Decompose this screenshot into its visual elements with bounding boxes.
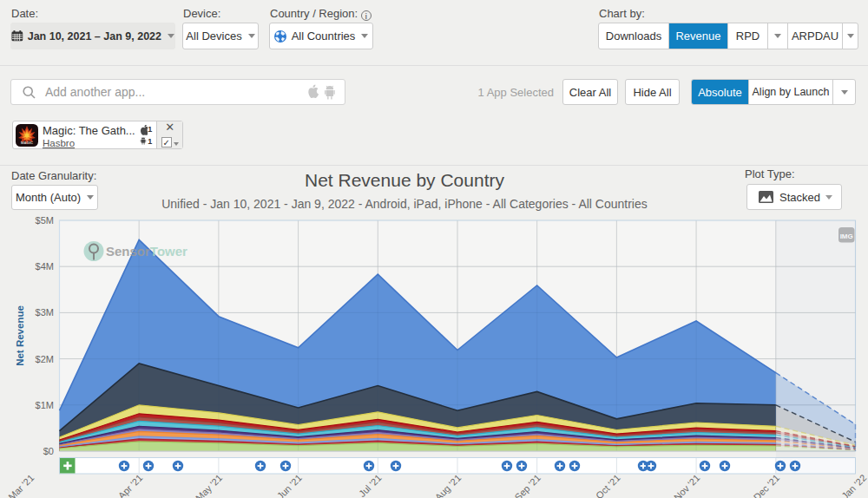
svg-text:$5M: $5M [36,215,54,226]
svg-text:Jul '21: Jul '21 [357,472,384,498]
svg-text:MAGIC: MAGIC [21,141,33,145]
svg-text:Aug '21: Aug '21 [433,472,464,498]
svg-text:Dec '21: Dec '21 [752,472,782,498]
svg-text:$3M: $3M [36,307,54,318]
svg-text:Apr '21: Apr '21 [116,472,145,498]
svg-text:Jun '21: Jun '21 [275,472,304,498]
svg-text:Mar '21: Mar '21 [6,472,36,498]
svg-text:Sep '21: Sep '21 [512,472,542,498]
svg-text:Net Revenue: Net Revenue [15,305,25,366]
svg-text:Oct '21: Oct '21 [594,472,622,498]
svg-text:Nov '21: Nov '21 [672,472,702,498]
svg-text:SensorTower: SensorTower [106,244,187,259]
svg-text:May '21: May '21 [194,472,224,498]
svg-text:$1M: $1M [36,400,54,410]
svg-text:$0: $0 [43,446,54,456]
svg-text:$4M: $4M [36,261,54,272]
svg-text:$2M: $2M [36,354,54,364]
svg-text:Jan '22: Jan '22 [839,472,868,498]
